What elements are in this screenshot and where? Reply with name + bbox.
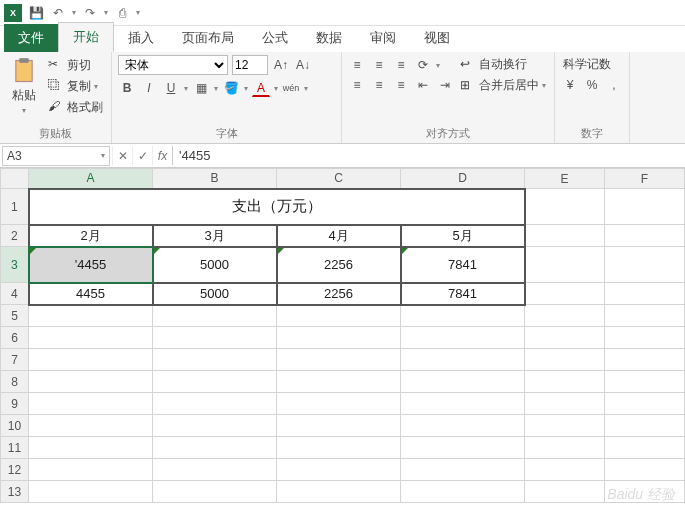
cell[interactable] bbox=[525, 459, 605, 481]
cell[interactable] bbox=[277, 327, 401, 349]
cell[interactable] bbox=[277, 349, 401, 371]
cell[interactable] bbox=[525, 415, 605, 437]
col-header[interactable]: A bbox=[29, 169, 153, 189]
chevron-down-icon[interactable]: ▾ bbox=[101, 151, 105, 160]
cell[interactable] bbox=[605, 437, 685, 459]
chevron-down-icon[interactable]: ▾ bbox=[104, 8, 108, 17]
enter-icon[interactable]: ✓ bbox=[132, 146, 152, 166]
cell[interactable] bbox=[153, 481, 277, 503]
cell[interactable] bbox=[401, 415, 525, 437]
cell[interactable]: 2月 bbox=[29, 225, 153, 247]
cell[interactable]: 5000 bbox=[153, 283, 277, 305]
cell[interactable] bbox=[29, 437, 153, 459]
cell[interactable]: 7841 bbox=[401, 283, 525, 305]
cell[interactable] bbox=[29, 327, 153, 349]
row-header[interactable]: 11 bbox=[1, 437, 29, 459]
copy-button[interactable]: ⿻复制▾ bbox=[46, 77, 105, 96]
cell[interactable]: 支出（万元） bbox=[29, 189, 525, 225]
cell[interactable] bbox=[401, 393, 525, 415]
indent-increase-icon[interactable]: ⇥ bbox=[436, 76, 454, 94]
chevron-down-icon[interactable]: ▾ bbox=[72, 8, 76, 17]
cell[interactable] bbox=[29, 305, 153, 327]
cell[interactable] bbox=[525, 305, 605, 327]
cell[interactable] bbox=[153, 415, 277, 437]
cell[interactable] bbox=[401, 349, 525, 371]
align-center-icon[interactable]: ≡ bbox=[370, 76, 388, 94]
percent-icon[interactable]: % bbox=[583, 76, 601, 94]
cell[interactable] bbox=[29, 349, 153, 371]
font-color-button[interactable]: A bbox=[252, 79, 270, 97]
cell[interactable] bbox=[605, 247, 685, 283]
cell[interactable] bbox=[525, 283, 605, 305]
border-button[interactable]: ▦ bbox=[192, 79, 210, 97]
cell[interactable] bbox=[29, 459, 153, 481]
redo-icon[interactable]: ↷ bbox=[82, 5, 98, 21]
cell[interactable] bbox=[277, 459, 401, 481]
format-painter-button[interactable]: 🖌格式刷 bbox=[46, 98, 105, 117]
tab-home[interactable]: 开始 bbox=[58, 22, 114, 52]
font-size-input[interactable] bbox=[232, 55, 268, 75]
align-bottom-icon[interactable]: ≡ bbox=[392, 56, 410, 74]
cell[interactable] bbox=[401, 371, 525, 393]
comma-icon[interactable]: , bbox=[605, 76, 623, 94]
row-header[interactable]: 4 bbox=[1, 283, 29, 305]
cell[interactable] bbox=[525, 393, 605, 415]
col-header[interactable]: C bbox=[277, 169, 401, 189]
cell[interactable] bbox=[29, 393, 153, 415]
chevron-down-icon[interactable]: ▾ bbox=[184, 84, 188, 93]
italic-button[interactable]: I bbox=[140, 79, 158, 97]
cell[interactable] bbox=[401, 481, 525, 503]
align-right-icon[interactable]: ≡ bbox=[392, 76, 410, 94]
cell[interactable]: 4月 bbox=[277, 225, 401, 247]
cell[interactable] bbox=[605, 371, 685, 393]
chevron-down-icon[interactable]: ▾ bbox=[244, 84, 248, 93]
formula-input[interactable]: '4455 bbox=[172, 146, 685, 165]
row-header[interactable]: 3 bbox=[1, 247, 29, 283]
grid[interactable]: A B C D E F 1 支出（万元） 2 2月 3月 4月 5月 3 '44… bbox=[0, 168, 685, 503]
cell[interactable] bbox=[605, 189, 685, 225]
tab-layout[interactable]: 页面布局 bbox=[168, 24, 248, 52]
fx-icon[interactable]: fx bbox=[152, 146, 172, 166]
cancel-icon[interactable]: ✕ bbox=[112, 146, 132, 166]
cell[interactable] bbox=[153, 327, 277, 349]
cell[interactable] bbox=[29, 481, 153, 503]
merge-center-button[interactable]: ⊞合并后居中▾ bbox=[458, 76, 548, 95]
bold-button[interactable]: B bbox=[118, 79, 136, 97]
row-header[interactable]: 9 bbox=[1, 393, 29, 415]
row-header[interactable]: 8 bbox=[1, 371, 29, 393]
tab-view[interactable]: 视图 bbox=[410, 24, 464, 52]
currency-icon[interactable]: ¥ bbox=[561, 76, 579, 94]
cell[interactable] bbox=[605, 327, 685, 349]
col-header[interactable]: B bbox=[153, 169, 277, 189]
col-header[interactable]: F bbox=[605, 169, 685, 189]
cell[interactable] bbox=[277, 371, 401, 393]
row-header[interactable]: 1 bbox=[1, 189, 29, 225]
chevron-down-icon[interactable]: ▾ bbox=[304, 84, 308, 93]
tab-data[interactable]: 数据 bbox=[302, 24, 356, 52]
chevron-down-icon[interactable]: ▾ bbox=[274, 84, 278, 93]
cell[interactable]: 2256 bbox=[277, 247, 401, 283]
qat-customize-icon[interactable]: ▾ bbox=[136, 8, 140, 17]
cell-selected[interactable]: '4455 bbox=[29, 247, 153, 283]
cell[interactable] bbox=[605, 225, 685, 247]
row-header[interactable]: 6 bbox=[1, 327, 29, 349]
cell[interactable] bbox=[605, 283, 685, 305]
cell[interactable] bbox=[525, 189, 605, 225]
cell[interactable] bbox=[525, 225, 605, 247]
cell[interactable] bbox=[153, 371, 277, 393]
cell[interactable] bbox=[605, 305, 685, 327]
cell[interactable] bbox=[525, 327, 605, 349]
col-header[interactable]: D bbox=[401, 169, 525, 189]
cell[interactable] bbox=[153, 305, 277, 327]
increase-font-icon[interactable]: A↑ bbox=[272, 56, 290, 74]
wrap-text-button[interactable]: ↩自动换行 bbox=[458, 55, 548, 74]
cell[interactable] bbox=[277, 393, 401, 415]
cell[interactable]: 3月 bbox=[153, 225, 277, 247]
tab-insert[interactable]: 插入 bbox=[114, 24, 168, 52]
cell[interactable] bbox=[605, 349, 685, 371]
cell[interactable] bbox=[153, 393, 277, 415]
cell[interactable] bbox=[401, 327, 525, 349]
cell[interactable] bbox=[525, 349, 605, 371]
cell[interactable]: 5月 bbox=[401, 225, 525, 247]
row-header[interactable]: 13 bbox=[1, 481, 29, 503]
